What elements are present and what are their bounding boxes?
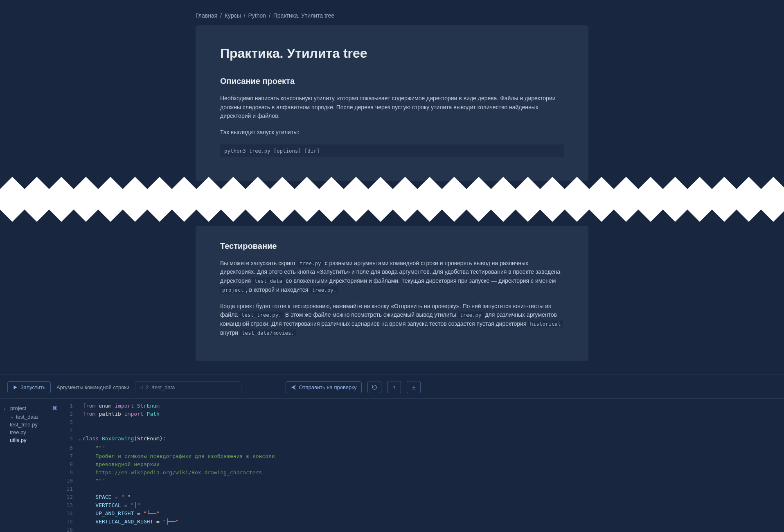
help-button[interactable]: ? xyxy=(387,381,401,393)
breadcrumb-sep: / xyxy=(219,12,223,19)
refresh-button[interactable] xyxy=(367,381,381,393)
tree-file[interactable]: tree.py xyxy=(4,428,57,436)
description-p1: Необходимо написать консольную утилиту, … xyxy=(220,94,564,121)
download-icon xyxy=(411,385,417,390)
inline-code: tree.py xyxy=(458,311,484,318)
inline-code: historical xyxy=(528,320,563,327)
inline-code: test_data/movies. xyxy=(240,329,296,336)
inline-code: tree.py xyxy=(297,260,323,267)
submit-button[interactable]: Отправить на проверку xyxy=(286,381,362,393)
breadcrumb-courses[interactable]: Курсы xyxy=(225,12,241,19)
torn-divider xyxy=(0,173,784,226)
inline-code: test_data xyxy=(252,277,284,284)
download-button[interactable] xyxy=(407,381,421,393)
testing-p1: Вы можете запускать скрипт tree.py с раз… xyxy=(220,259,564,295)
content-card-bottom: Тестирование Вы можете запускать скрипт … xyxy=(196,226,588,361)
breadcrumb-home[interactable]: Главная xyxy=(196,12,217,19)
inline-code: project xyxy=(220,286,246,293)
send-icon xyxy=(291,385,296,390)
section-heading-testing: Тестирование xyxy=(220,241,564,251)
testing-p2: Когда проект будет готов к тестированию,… xyxy=(220,302,564,338)
args-label: Аргументы командной строки xyxy=(56,384,129,390)
tree-file-active[interactable]: utils.py xyxy=(4,436,57,444)
page-title: Практика. Утилита tree xyxy=(220,46,564,61)
code-block-usage: python3 tree.py [options] [dir] xyxy=(220,144,564,157)
tree-file[interactable]: test_tree.py xyxy=(4,421,57,428)
breadcrumb: Главная / Курсы / Python / Практика. Ути… xyxy=(196,0,588,25)
close-icon[interactable]: ✖ xyxy=(52,404,57,412)
file-tree: › project ✖ ⌄ test_data test_tree.py tre… xyxy=(0,399,61,532)
question-icon: ? xyxy=(392,385,397,390)
toolbar: Запустить Аргументы командной строки Отп… xyxy=(0,374,784,398)
breadcrumb-current: Практика. Утилита tree xyxy=(273,12,334,19)
inline-code: tree.py. xyxy=(310,286,338,293)
inline-code: test_tree.py. xyxy=(239,311,284,318)
args-input[interactable] xyxy=(135,381,241,393)
svg-text:?: ? xyxy=(393,385,396,390)
chevron-down-icon: ⌄ xyxy=(10,414,14,419)
tree-root[interactable]: › project ✖ xyxy=(4,404,57,413)
chevron-right-icon: › xyxy=(4,406,8,411)
code-editor[interactable]: 1from enum import StrEnum 2from pathlib … xyxy=(61,399,784,532)
breadcrumb-sep: / xyxy=(268,12,272,19)
ide: › project ✖ ⌄ test_data test_tree.py tre… xyxy=(0,398,784,532)
breadcrumb-sep: / xyxy=(243,12,247,19)
breadcrumb-python[interactable]: Python xyxy=(248,12,266,19)
tree-folder[interactable]: ⌄ test_data xyxy=(4,413,57,421)
refresh-icon xyxy=(372,385,377,390)
description-p2: Так выглядит запуск утилиты: xyxy=(220,128,564,137)
section-heading-description: Описание проекта xyxy=(220,77,564,86)
play-icon xyxy=(13,385,18,390)
content-card-top: Практика. Утилита tree Описание проекта … xyxy=(196,25,588,181)
run-button[interactable]: Запустить xyxy=(7,381,51,393)
